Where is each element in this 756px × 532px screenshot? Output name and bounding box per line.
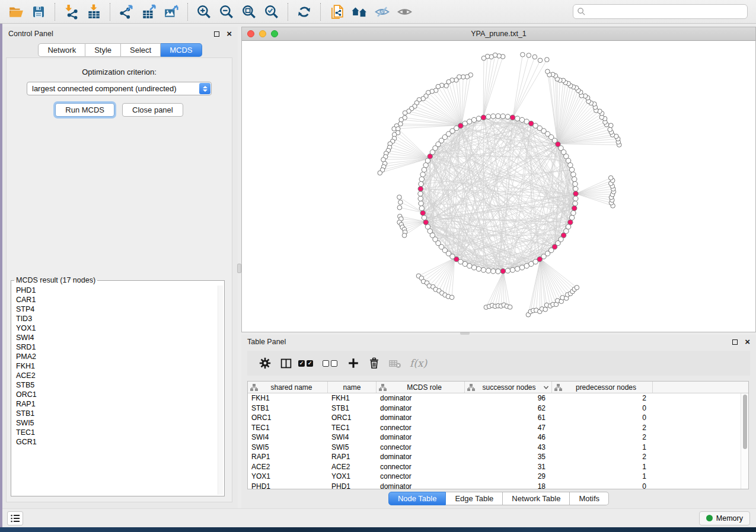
cell[interactable]: SWI5 [328,443,377,451]
run-mcds-button[interactable]: Run MCDS [55,103,114,117]
network-node[interactable] [521,52,525,57]
mcds-node-item[interactable]: STP4 [16,305,217,314]
network-node[interactable] [419,181,423,186]
mcds-node-item[interactable]: STB5 [16,380,217,390]
network-node[interactable] [508,305,512,310]
mcds-node-item[interactable]: SWI4 [16,333,217,342]
cell[interactable]: TEC1 [248,424,328,432]
cell[interactable]: 0 [552,482,653,491]
cell[interactable]: dominator [377,453,465,461]
network-node[interactable] [524,264,529,268]
mcds-node-item[interactable]: TEC1 [16,428,217,437]
network-node[interactable] [471,117,476,122]
network-node[interactable] [515,116,519,121]
cell[interactable]: SWI4 [328,433,377,441]
dominator-node[interactable] [572,206,576,210]
network-node[interactable] [568,163,573,168]
network-node[interactable] [402,233,407,238]
cell[interactable]: 0 [552,404,653,412]
zoom-selected-button[interactable] [262,2,281,21]
tab-network-table[interactable]: Network Table [503,492,570,505]
network-node[interactable] [467,119,472,124]
network-node[interactable] [573,196,578,201]
network-node[interactable] [573,187,578,191]
network-node[interactable] [545,57,550,62]
mcds-node-item[interactable]: STB1 [16,409,217,418]
network-node[interactable] [569,167,574,172]
column-header-MCDS-role[interactable]: MCDS role [377,382,465,393]
clone-network-button[interactable] [327,2,346,21]
cell[interactable]: 1 [552,443,653,451]
network-node[interactable] [515,267,519,271]
criterion-select[interactable]: largest connected component (undirected) [27,82,212,95]
network-node[interactable] [419,177,424,181]
network-node[interactable] [399,117,404,122]
network-node[interactable] [397,195,402,200]
network-node[interactable] [444,84,449,88]
network-node[interactable] [397,206,402,210]
cell[interactable]: connector [377,463,465,471]
refresh-view-button[interactable] [295,2,314,21]
close-panel-icon[interactable]: × [745,339,750,345]
mcds-node-item[interactable]: PMA2 [16,352,217,361]
cell[interactable]: 43 [465,443,552,451]
network-node[interactable] [575,286,579,290]
table-row[interactable]: SWI5SWI5connector431 [248,443,748,453]
network-node[interactable] [398,200,403,205]
select-all-columns-button[interactable]: ✓✓ [298,360,313,367]
show-panel-list-button[interactable] [7,511,23,525]
add-column-button[interactable] [345,355,362,371]
network-node[interactable] [496,114,500,118]
mcds-node-item[interactable]: YOX1 [16,323,217,333]
network-node[interactable] [491,114,496,118]
mcds-node-item[interactable]: ORC1 [16,390,217,399]
column-header-successor-nodes[interactable]: successor nodes [465,382,552,393]
network-node[interactable] [422,215,426,220]
mcds-node-item[interactable]: TID3 [16,314,217,323]
cell[interactable]: PHD1 [328,482,377,491]
cell[interactable]: RAP1 [248,453,328,461]
network-node[interactable] [419,206,424,210]
tab-edge-table[interactable]: Edge Table [446,492,503,505]
network-node[interactable] [378,171,382,175]
cell[interactable]: 0 [552,414,653,422]
cell[interactable]: 29 [465,472,552,480]
mcds-node-item[interactable]: PHD1 [16,286,217,295]
dominator-node[interactable] [510,115,515,120]
tab-motifs[interactable]: Motifs [570,492,609,505]
zoom-fit-button[interactable] [240,2,259,21]
dominator-node[interactable] [573,191,578,196]
network-node[interactable] [481,56,486,60]
export-table-button[interactable] [139,2,158,21]
cell[interactable]: TEC1 [328,424,377,432]
network-node[interactable] [505,268,510,273]
show-all-button[interactable] [395,2,414,21]
close-panel-icon[interactable]: × [227,31,232,37]
network-node[interactable] [486,268,490,273]
table-settings-button[interactable] [257,355,273,371]
delete-column-button[interactable] [366,355,382,371]
cell[interactable]: dominator [377,414,465,422]
network-node[interactable] [419,201,423,206]
cell[interactable]: 2 [552,433,653,441]
cell[interactable]: STB1 [248,404,328,412]
mcds-result-list[interactable]: PHD1CAR1STP4TID3YOX1SWI4SRD1PMA2FKH1ACE2… [12,284,217,495]
tab-network[interactable]: Network [38,43,85,57]
deselect-all-columns-button[interactable] [323,360,337,367]
network-node[interactable] [543,307,548,312]
network-node[interactable] [510,267,515,272]
cell[interactable]: 1 [552,463,653,471]
network-canvas[interactable] [242,41,755,332]
save-session-button[interactable] [29,2,48,21]
column-header-shared-name[interactable]: shared name [248,382,328,393]
cell[interactable]: dominator [377,394,465,402]
mcds-node-item[interactable]: FKH1 [16,361,217,371]
cell[interactable]: 1 [552,472,653,480]
mcds-node-item[interactable]: CAR1 [16,295,217,305]
network-node[interactable] [420,172,425,177]
dominator-node[interactable] [500,269,505,274]
network-node[interactable] [422,167,426,172]
network-node[interactable] [481,267,486,272]
column-header-name[interactable]: name [328,382,377,393]
cell[interactable]: dominator [377,482,465,491]
